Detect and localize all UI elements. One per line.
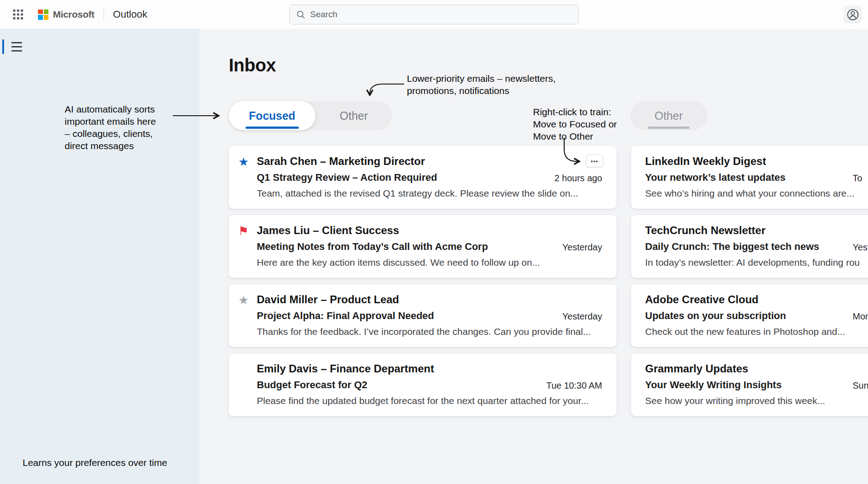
annotation-line: promotions, notifications — [407, 85, 556, 97]
annotation-line: important emails here — [65, 115, 156, 127]
tab-focused-label: Focused — [249, 109, 296, 122]
focused-other-tabs: Focused Other — [229, 101, 392, 130]
email-sender: LinkedIn Weekly Digest — [645, 155, 766, 168]
annotation-focused-note: AI automatically sorts important emails … — [65, 103, 156, 152]
nav-selection-indicator — [2, 39, 4, 54]
email-preview: Please find the updated budget forecast … — [257, 395, 589, 406]
annotation-other-note: Lower-priority emails – newsletters, pro… — [407, 72, 556, 97]
email-card-other-1[interactable]: LinkedIn Weekly Digest Your network’s la… — [631, 146, 868, 209]
email-preview: Team, attached is the revised Q1 strateg… — [257, 188, 578, 199]
email-sender: Adobe Creative Cloud — [645, 293, 759, 306]
search-input[interactable] — [310, 9, 572, 19]
email-time: Mon — [853, 311, 868, 322]
email-sender: Sarah Chen – Marketing Director — [257, 155, 425, 168]
email-subject: Meeting Notes from Today’s Call with Acm… — [257, 241, 488, 253]
flag-icon[interactable]: ⚑ — [238, 224, 249, 238]
email-time: Tue 10:30 AM — [546, 381, 602, 391]
annotation-footer-note: Learns your preferences over time — [23, 456, 167, 469]
app-launcher-icon[interactable] — [9, 5, 27, 23]
email-time: To — [853, 173, 862, 183]
star-icon[interactable]: ★ — [238, 293, 249, 307]
email-time: 2 hours ago — [554, 173, 602, 183]
email-card-other-2[interactable]: TechCrunch Newsletter Daily Crunch: The … — [631, 215, 868, 278]
email-subject: Your Weekly Writing Insights — [645, 379, 782, 391]
email-subject: Project Alpha: Final Approval Needed — [257, 310, 434, 322]
account-button[interactable] — [844, 5, 862, 23]
microsoft-logo: Microsoft — [38, 9, 94, 20]
topbar: Microsoft Outlook — [0, 0, 868, 29]
email-subject: Updates on your subscription — [645, 310, 786, 322]
email-subject: Q1 Strategy Review – Action Required — [257, 172, 437, 183]
app-name: Outlook — [113, 9, 147, 20]
email-card-other-3[interactable]: Adobe Creative Cloud Updates on your sub… — [631, 284, 868, 347]
annotation-line: Lower-priority emails – newsletters, — [407, 72, 556, 85]
more-options-button[interactable]: ••• — [586, 155, 603, 167]
microsoft-logo-icon — [38, 9, 48, 20]
email-preview: Thanks for the feedback. I’ve incorporat… — [257, 326, 591, 337]
hamburger-menu-icon[interactable] — [7, 37, 26, 56]
email-time: Yest — [853, 242, 868, 253]
email-sender: David Miller – Product Lead — [257, 293, 399, 306]
other-column-underline — [648, 127, 689, 129]
star-icon[interactable]: ★ — [238, 155, 249, 169]
email-card-focused-2[interactable]: ⚑ James Liu – Client Success Meeting Not… — [229, 215, 617, 278]
other-column-label: Other — [655, 109, 683, 122]
annotation-line: AI automatically sorts — [65, 103, 156, 115]
email-card-other-4[interactable]: Grammarly Updates Your Weekly Writing In… — [631, 353, 868, 416]
annotation-line: Right-click to train: — [533, 106, 617, 118]
email-preview: Here are the key action items discussed.… — [257, 257, 540, 268]
sidebar: AI automatically sorts important emails … — [0, 29, 199, 484]
email-preview: In today’s newsletter: AI developments, … — [645, 257, 860, 268]
email-time: Yesterday — [562, 311, 602, 322]
email-sender: Emily Davis – Finance Department — [257, 362, 434, 375]
annotation-line: Move to Focused or — [533, 118, 617, 130]
email-preview: See how your writing improved this week.… — [645, 395, 825, 406]
email-sender: Grammarly Updates — [645, 362, 748, 375]
tab-focused[interactable]: Focused — [229, 101, 316, 130]
main-content: Inbox Lower-priority emails – newsletter… — [199, 29, 868, 484]
email-subject: Budget Forecast for Q2 — [257, 379, 367, 391]
annotation-line: direct messages — [65, 140, 156, 152]
email-preview: Check out the new features in Photoshop … — [645, 326, 845, 337]
email-card-focused-4[interactable]: Emily Davis – Finance Department Budget … — [229, 353, 617, 416]
tab-other-label: Other — [340, 109, 368, 122]
tab-other[interactable]: Other — [316, 101, 392, 130]
waffle-grid-icon — [13, 9, 23, 19]
tab-active-underline — [245, 127, 299, 129]
search-icon — [296, 10, 305, 19]
search-bar[interactable] — [289, 5, 579, 24]
annotation-line: Move to Other — [533, 130, 617, 142]
other-column-tab[interactable]: Other — [630, 101, 707, 130]
email-sender: TechCrunch Newsletter — [645, 224, 765, 237]
email-card-focused-3[interactable]: ★ David Miller – Product Lead Project Al… — [229, 284, 617, 347]
email-subject: Daily Crunch: The biggest tech news — [645, 241, 819, 253]
email-sender: James Liu – Client Success — [257, 224, 399, 237]
email-preview: See who’s hiring and what your connectio… — [645, 188, 854, 199]
annotation-train-note: Right-click to train: Move to Focused or… — [533, 106, 617, 142]
email-time: Yesterday — [562, 242, 602, 253]
topbar-divider — [104, 8, 104, 21]
page-title: Inbox — [229, 55, 276, 75]
email-time: Sun — [853, 381, 868, 391]
annotation-line: – colleagues, clients, — [65, 127, 156, 140]
person-icon — [847, 9, 859, 21]
email-subject: Your network’s latest updates — [645, 172, 786, 183]
email-card-focused-1[interactable]: ★ Sarah Chen – Marketing Director Q1 Str… — [229, 146, 617, 209]
microsoft-wordmark: Microsoft — [53, 9, 94, 20]
